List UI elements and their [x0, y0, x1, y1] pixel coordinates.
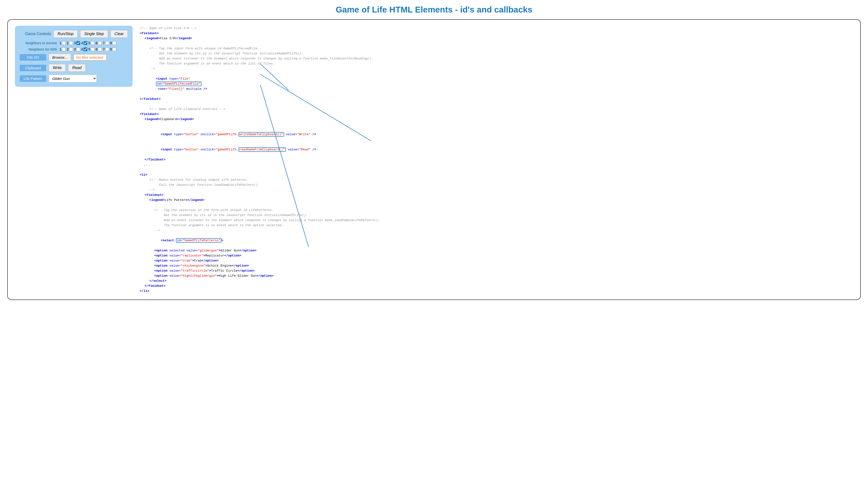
code-comment2-1: <!-- Tag the input form with unique id G…	[140, 46, 853, 51]
code-option1: <option selected value="glidergun">Glide…	[140, 248, 853, 253]
neighbors-survive-label: Neighbors to survive	[20, 41, 57, 45]
clipboard-row: Clipboard Write Read	[20, 64, 128, 72]
code-option5: <option value="trafficcircle">Traffic Ci…	[140, 268, 853, 273]
browse-button[interactable]: Browse...	[49, 54, 71, 61]
code-fieldset-open: <fieldset>	[140, 31, 853, 36]
left-panel: Game Controls Run/Stop Single Step Clear…	[15, 26, 133, 87]
code-comment2-5: -->	[140, 66, 853, 71]
survive-cb-3: 3	[74, 41, 80, 45]
code-select-close: </select>	[140, 278, 853, 283]
survive-cb-1: 1	[59, 41, 66, 45]
clipboard-label: Clipboard	[20, 65, 46, 71]
code-li-close: </li>	[140, 288, 853, 293]
right-panel: <!-- Game of Life File I/O --> <fieldset…	[140, 26, 853, 293]
file-io-row: File I/O Browse... No files selected.	[20, 54, 128, 61]
code-comment4-3: -->	[140, 187, 853, 192]
code-option6: <option value="highlifeglidergun">High L…	[140, 273, 853, 278]
code-comment2-4: The function argument is an event which …	[140, 61, 853, 66]
code-comment5-5: -->	[140, 228, 853, 233]
game-controls-label: Game Controls	[20, 32, 51, 36]
life-pattern-label: Life Pattern	[20, 75, 46, 82]
birth-checkbox-3[interactable]	[76, 47, 80, 51]
run-stop-button[interactable]: Run/Stop	[54, 30, 78, 38]
code-comment5-2: Get the element by its id in the Javascr…	[140, 213, 853, 218]
birth-checkbox-6[interactable]	[98, 47, 102, 51]
code-fieldset3-open: <fieldset>	[140, 192, 853, 197]
code-fieldset2-close: </fieldset>	[140, 157, 853, 162]
survive-checkbox-5[interactable]	[91, 41, 95, 45]
write-button[interactable]: Write	[49, 64, 66, 72]
code-input-read: <input type="button" onclick="gameOfLife…	[140, 142, 853, 157]
code-option3: <option value="crab">Crab</option>	[140, 258, 853, 263]
neighbors-birth-label: Neighbors for birth	[20, 47, 57, 51]
survive-cb-5: 5	[88, 41, 95, 45]
survive-cb-4: 4	[81, 41, 87, 45]
birth-checkbox-8[interactable]	[113, 47, 116, 51]
code-highlight-patterns: id="GameOfLifePatterns"	[176, 238, 221, 243]
code-legend-fileio: <legend>File I/O</legend>	[140, 36, 853, 41]
code-option2: <option value="replicator">Replicator</o…	[140, 253, 853, 258]
code-highlight-loadfile: id="GameOfLifeLoadFile"	[156, 82, 202, 86]
code-comment2-2: Get the element by its id in the Javascr…	[140, 51, 853, 56]
code-dots: ..	[140, 162, 853, 167]
single-step-button[interactable]: Single Step	[80, 30, 108, 38]
survive-cb-8: 8	[110, 41, 116, 45]
no-files-text: No files selected.	[73, 54, 106, 61]
code-comment-fileio: <!-- Game of Life File I/O -->	[140, 26, 853, 31]
code-legend-clipboard: <legend>Clipboard</legend>	[140, 117, 853, 122]
life-pattern-select[interactable]: Glider Gun Replicator Crab Schick Engine…	[49, 74, 97, 83]
code-comment5-3: Add an event listener to the element whi…	[140, 218, 853, 223]
survive-cb-6: 6	[96, 41, 102, 45]
code-input-write: <input type="button" onclick="gameOfLife…	[140, 127, 853, 142]
life-pattern-row: Life Pattern Glider Gun Replicator Crab …	[20, 74, 128, 83]
birth-checkbox-5[interactable]	[91, 47, 95, 51]
survive-checkbox-7[interactable]	[105, 41, 109, 45]
code-legend-pattern: <legend>Life Pattern</legend>	[140, 197, 853, 202]
file-io-label: File I/O	[20, 54, 46, 61]
birth-checkbox-7[interactable]	[105, 47, 109, 51]
read-button[interactable]: Read	[68, 64, 86, 72]
birth-checkbox-1[interactable]	[62, 47, 66, 51]
code-fieldset2-open: <fieldset>	[140, 111, 853, 117]
code-select: <select id="GameOfLifePatterns">	[140, 233, 853, 248]
code-comment5-4: The function argument is an event which …	[140, 223, 853, 228]
code-comment5-1: <!-- Tag the selection in the form with …	[140, 207, 853, 213]
neighbors-survive-row: Neighbors to survive 1 2 3 4 5	[20, 41, 128, 45]
code-comment2-3: Add an event listener to the element whi…	[140, 56, 853, 61]
code-highlight-read: readGameFromClipboard()"	[239, 147, 286, 152]
code-fieldset-close1: </fieldset>	[140, 96, 853, 101]
game-controls-row: Game Controls Run/Stop Single Step Clear	[20, 30, 128, 38]
code-highlight-write: writeGameToClipboard()"	[239, 132, 284, 137]
code-comment3: <!-- Game of Life clipboard controls -->	[140, 106, 853, 111]
birth-checkbox-2[interactable]	[69, 47, 73, 51]
clear-button[interactable]: Clear	[111, 30, 128, 38]
birth-checkbox-4[interactable]	[84, 47, 87, 51]
code-option4: <option value="shickengine">Schick Engin…	[140, 263, 853, 268]
survive-checkbox-6[interactable]	[98, 41, 102, 45]
code-input-file: <input type="file" id="GameOfLifeLoadFil…	[140, 71, 853, 96]
main-container: Game Controls Run/Stop Single Step Clear…	[7, 19, 861, 300]
neighbors-birth-row: Neighbors for birth 1 2 3 4 5	[20, 47, 128, 51]
code-comment4-1: <!-- Radio buttons for loading sample li…	[140, 177, 853, 182]
survive-checkbox-4[interactable]	[84, 41, 87, 45]
survive-cb-7: 7	[103, 41, 109, 45]
survive-cb-2: 2	[67, 41, 73, 45]
code-comment4-2: Call the Javascript function loadSampleL…	[140, 182, 853, 187]
survive-checkbox-2[interactable]	[69, 41, 73, 45]
survive-checkbox-1[interactable]	[62, 41, 66, 45]
page-title: Game of Life HTML Elements - id's and ca…	[7, 5, 861, 14]
code-li-open: <li>	[140, 172, 853, 177]
survive-checkbox-8[interactable]	[113, 41, 116, 45]
survive-checkbox-3[interactable]	[76, 41, 80, 45]
code-fieldset3-close: </fieldset>	[140, 283, 853, 288]
